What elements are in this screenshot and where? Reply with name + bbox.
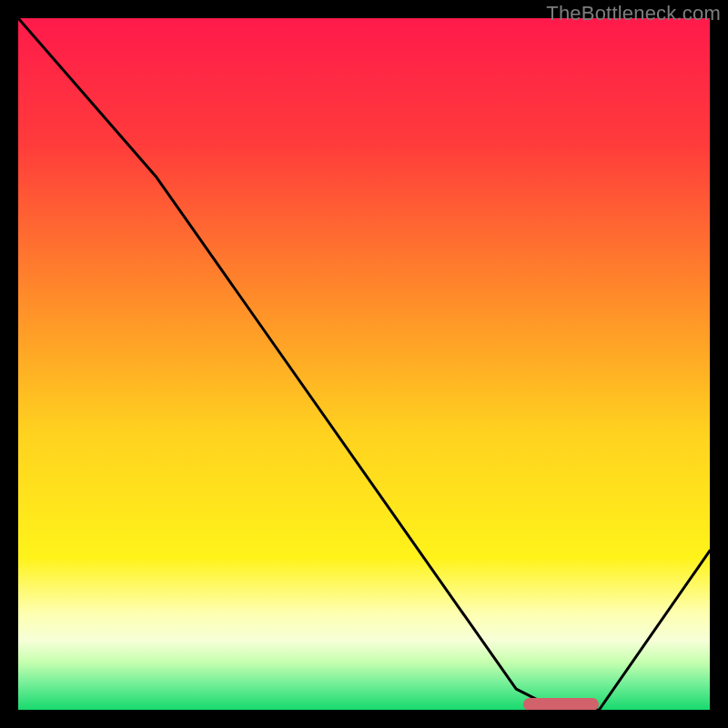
chart-frame: TheBottleneck.com <box>0 0 728 728</box>
sweet-spot-marker <box>523 698 600 710</box>
heat-gradient-background <box>18 18 710 710</box>
gradient-rect <box>18 18 710 710</box>
watermark-text: TheBottleneck.com <box>546 2 721 25</box>
plot-area <box>18 18 710 710</box>
